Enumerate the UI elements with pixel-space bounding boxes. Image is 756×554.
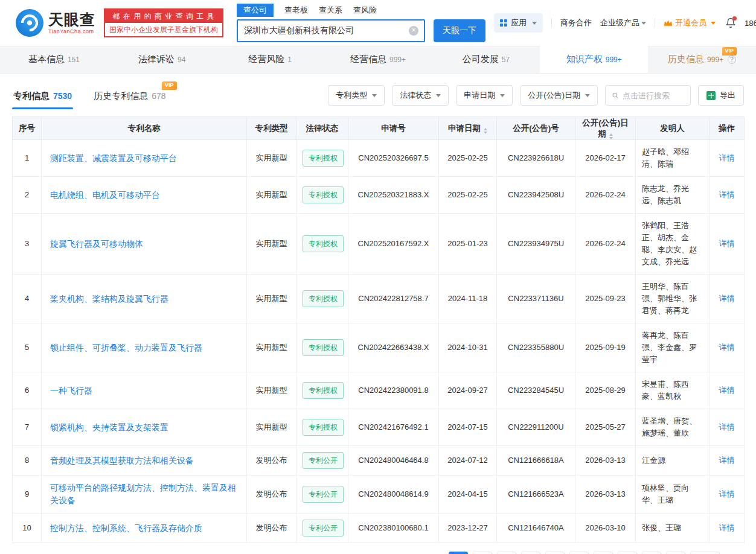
main-tab-company-development[interactable]: 公司发展57	[432, 46, 540, 73]
detail-link[interactable]: 详情	[719, 343, 735, 352]
sort-arrows-icon[interactable]	[484, 128, 487, 134]
search-tab-company[interactable]: 查公司	[237, 4, 274, 17]
page-button-3[interactable]: 3	[497, 552, 516, 554]
inventors-cell: 蒋再龙、陈百强、李金鑫、罗莹宇	[636, 323, 710, 372]
page-button-6[interactable]: 6	[569, 552, 589, 554]
detail-link[interactable]: 详情	[719, 489, 735, 498]
user-phone[interactable]: 186*...	[745, 19, 756, 28]
page-button-1[interactable]: 1	[449, 552, 468, 554]
page-button-2[interactable]: 2	[473, 552, 492, 554]
page-button-ellipsis-500[interactable]: ...500	[690, 552, 720, 554]
notifications-button[interactable]	[725, 18, 736, 28]
patent-name-link[interactable]: 旋翼飞行器及可移动物体	[50, 239, 143, 249]
detail-link[interactable]: 详情	[719, 456, 735, 465]
open-vip-link[interactable]: 开通会员	[664, 18, 716, 28]
publish-date-filter[interactable]: 公开(公告)日期	[520, 85, 598, 106]
patent-name-link[interactable]: 可移动平台的路径规划方法、控制方法、装置及相关设备	[50, 483, 236, 505]
table-row: 1测距装置、减震装置及可移动平台实用新型专利授权CN202520326697.5…	[13, 140, 745, 177]
detail-link[interactable]: 详情	[719, 422, 735, 431]
subtab-history-patent-info[interactable]: 历史专利信息678VIP	[92, 83, 167, 109]
divider	[551, 18, 552, 28]
patent-name-cell: 控制方法、控制系统、飞行器及存储介质	[42, 514, 247, 543]
application-date-cell: 2024-04-15	[439, 476, 497, 514]
application-date-cell: 2024-11-18	[439, 275, 497, 323]
search-tab-boss[interactable]: 查老板	[284, 4, 308, 17]
patent-name-link[interactable]: 测距装置、减震装置及可移动平台	[50, 153, 177, 163]
question-circle-icon[interactable]: ?	[728, 56, 736, 64]
patent-type-filter[interactable]: 专利类型	[328, 85, 385, 106]
search-tab-risk[interactable]: 查风险	[353, 4, 377, 17]
main-tab-intellectual-property[interactable]: 知识产权999+	[540, 46, 648, 73]
tab-label: 法律诉讼	[138, 54, 175, 65]
detail-link[interactable]: 详情	[719, 190, 735, 199]
tab-count: 999+	[606, 56, 622, 64]
patent-name-link[interactable]: 一种飞行器	[50, 386, 92, 395]
detail-link[interactable]: 详情	[719, 239, 735, 248]
column-header-index: 序号	[13, 117, 42, 140]
legal-status-badge: 专利公开	[303, 486, 344, 503]
detail-link[interactable]: 详情	[719, 386, 735, 395]
column-header-label: 公开(公告)日期	[582, 118, 629, 138]
legal-status-badge: 专利公开	[303, 520, 344, 536]
patent-name-link[interactable]: 锁止组件、可折叠桨、动力装置及飞行器	[50, 343, 202, 352]
inventors-cell: 王明华、陈百强、郭维华、张君贤、蒋再龙	[636, 275, 710, 323]
patent-name-cell: 桨夹机构、桨结构及旋翼飞行器	[42, 275, 247, 323]
page-button-9[interactable]: 9	[642, 552, 661, 554]
patent-name-link[interactable]: 音频处理及其模型获取方法和相关设备	[50, 456, 194, 465]
search-button[interactable]: 天眼一下	[434, 19, 485, 42]
patent-name-link[interactable]: 桨夹机构、桨结构及旋翼飞行器	[50, 294, 168, 304]
main-tab-lawsuits[interactable]: 法律诉讼94	[108, 46, 216, 73]
column-header-action: 操作	[710, 117, 745, 140]
enterprise-products-link[interactable]: 企业级产品	[600, 18, 646, 28]
column-header-label: 公开(公告)号	[513, 124, 559, 133]
row-index-cell: 10	[13, 514, 42, 543]
application-number-cell: CN202520321883.X	[348, 177, 439, 214]
column-header-publication-date[interactable]: 公开(公告)日期	[575, 117, 636, 140]
main-content: 专利信息7530历史专利信息678VIP 专利类型法律状态申请日期公开(公告)日…	[0, 82, 756, 554]
main-tab-operation-risk[interactable]: 经营风险1	[216, 46, 324, 73]
patent-type-cell: 实用新型	[247, 140, 296, 177]
next-page-button[interactable]: ›	[725, 552, 744, 554]
search-tab-relation[interactable]: 查关系	[319, 4, 342, 17]
tianyancha-logo[interactable]: 天眼查 TianYanCha.com	[16, 9, 95, 37]
table-search-input[interactable]	[623, 91, 684, 100]
column-header-publication-number: 公开(公告)号	[497, 117, 575, 140]
subtab-patent-info[interactable]: 专利信息7530	[12, 83, 73, 109]
inventors-cell: 张俊、王璐	[636, 514, 710, 543]
patent-name-link[interactable]: 电机绕组、电机及可移动平台	[50, 190, 160, 200]
application-date-cell: 2024-07-15	[439, 409, 497, 446]
apps-menu-button[interactable]: 应用	[494, 13, 543, 33]
main-tab-business-info[interactable]: 经营信息999+	[324, 46, 432, 73]
legal-status-filter[interactable]: 法律状态	[392, 85, 449, 106]
clear-icon[interactable]: ×	[409, 26, 418, 36]
apply-date-filter[interactable]: 申请日期	[456, 85, 513, 106]
row-index-cell: 7	[13, 409, 42, 446]
page-button-5[interactable]: 5	[545, 552, 565, 554]
inventors-cell: 张鹤阳、王浩正、胡杰、金聪、李庆安、赵文成、乔光远	[636, 214, 710, 275]
page-button-4[interactable]: 4	[521, 552, 540, 554]
export-button[interactable]: 导出	[698, 85, 744, 106]
company-search-input[interactable]	[238, 26, 424, 36]
detail-link[interactable]: 详情	[719, 294, 735, 303]
main-tab-history-info[interactable]: 历史信息999+?VIP	[648, 46, 756, 73]
publication-date-cell: 2026-03-10	[575, 514, 636, 543]
legal-status-badge: 专利授权	[303, 290, 344, 307]
publication-date-cell: 2026-03-13	[575, 446, 636, 476]
patent-name-link[interactable]: 锁紧机构、夹持装置及支架装置	[50, 422, 168, 432]
business-cooperation-link[interactable]: 商务合作	[560, 18, 592, 28]
patent-name-link[interactable]: 控制方法、控制系统、飞行器及存储介质	[50, 523, 202, 533]
logo-title: 天眼查	[48, 11, 95, 28]
table-row: 6一种飞行器实用新型专利授权CN202422380091.82024-09-27…	[13, 372, 745, 409]
legal-status-cell: 专利授权	[296, 323, 348, 372]
detail-link[interactable]: 详情	[719, 523, 735, 532]
patent-type-cell: 实用新型	[247, 372, 296, 409]
column-header-application-date[interactable]: 申请日期	[439, 117, 497, 140]
page-button-7[interactable]: 7	[594, 552, 613, 554]
page-button-8[interactable]: 8	[618, 552, 637, 554]
sort-arrows-icon[interactable]	[609, 133, 613, 139]
table-row: 8音频处理及其模型获取方法和相关设备发明公布专利公开CN202480046464…	[13, 446, 745, 476]
main-tab-basic-info[interactable]: 基本信息151	[0, 46, 108, 73]
page-button-10[interactable]: 10	[666, 552, 685, 554]
patent-type-cell: 实用新型	[247, 323, 296, 372]
detail-link[interactable]: 详情	[719, 153, 735, 162]
